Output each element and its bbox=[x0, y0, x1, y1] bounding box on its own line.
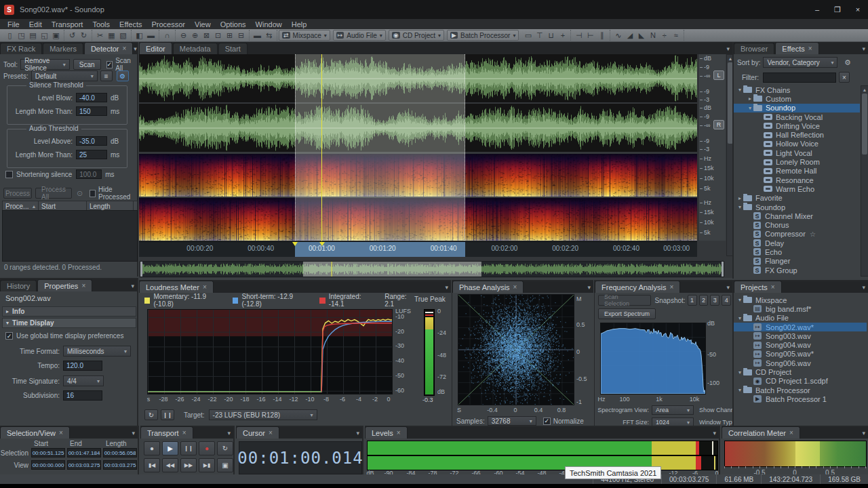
tree-item-big-band-msf[interactable]: ▤big band.msf* bbox=[734, 304, 867, 313]
collapse-arrow-icon[interactable]: ▾ bbox=[736, 315, 743, 321]
close-icon[interactable]: × bbox=[269, 429, 273, 436]
filter-input[interactable] bbox=[763, 73, 836, 83]
new-file-icon[interactable]: ▯ bbox=[4, 30, 16, 41]
panel-menu-icon[interactable]: ▾ bbox=[713, 430, 716, 436]
playhead-cursor[interactable] bbox=[321, 54, 322, 256]
menu-effects[interactable]: Effects bbox=[115, 20, 146, 28]
save-icon[interactable]: ▣ bbox=[50, 30, 62, 41]
selection-handle-icon[interactable] bbox=[292, 242, 298, 246]
wave-edit-icon[interactable]: ∿ bbox=[612, 30, 624, 41]
presets-dropdown[interactable]: Default▾ bbox=[31, 70, 98, 81]
audio-file-dropdown[interactable]: ↦Audio File▾ bbox=[333, 30, 386, 41]
tree-item-soundop[interactable]: ▾Soundop bbox=[734, 104, 860, 113]
tree-item-mixspace[interactable]: ▾Mixspace bbox=[734, 296, 867, 304]
envelope-icon[interactable]: N bbox=[647, 30, 658, 41]
scrollbar-thumb[interactable] bbox=[862, 94, 867, 155]
tree-item-resonance[interactable]: Resonance bbox=[734, 176, 860, 184]
find-icon[interactable]: ⊙ bbox=[75, 188, 84, 199]
route-icon[interactable]: ⇆ bbox=[263, 30, 275, 41]
tab-history[interactable]: History bbox=[0, 280, 37, 291]
tree-item-flanger[interactable]: SFlanger bbox=[734, 257, 860, 266]
tree-item-warm-echo[interactable]: Warm Echo bbox=[734, 184, 860, 193]
tab-effects[interactable]: Effects× bbox=[775, 42, 818, 54]
collapse-arrow-icon[interactable]: ▾ bbox=[747, 105, 753, 111]
clip-trim-icon[interactable]: ▭ bbox=[522, 30, 534, 41]
selection-end-value[interactable]: 00:01:47.184 bbox=[67, 448, 101, 458]
tab-markers[interactable]: Markers bbox=[43, 43, 83, 54]
process-all-button[interactable]: Process All bbox=[35, 188, 72, 199]
tab-editor[interactable]: Editor bbox=[139, 42, 172, 54]
tree-item-remote-hall[interactable]: Remote Hall bbox=[734, 167, 860, 176]
tree-item-soundop[interactable]: ▾Soundop bbox=[734, 203, 860, 211]
menu-help[interactable]: Help bbox=[287, 20, 312, 28]
collapse-arrow-icon[interactable]: ▾ bbox=[736, 387, 743, 393]
tab-projects[interactable]: Projects× bbox=[734, 281, 782, 293]
stop-button[interactable]: ● bbox=[144, 441, 160, 455]
forward-button[interactable]: ▶▶ bbox=[180, 458, 197, 472]
redo-icon[interactable]: ↻ bbox=[78, 30, 90, 41]
tab-browser[interactable]: Browser bbox=[734, 43, 774, 54]
stop-all-button[interactable]: ▣ bbox=[217, 458, 233, 472]
fade-in-icon[interactable]: ◢ bbox=[624, 30, 635, 41]
length-more-than-input[interactable]: 150 bbox=[76, 106, 107, 116]
tree-item-chorus[interactable]: SChorus bbox=[734, 220, 860, 229]
close-icon[interactable]: × bbox=[123, 45, 127, 52]
menu-options[interactable]: Options bbox=[216, 20, 251, 28]
panel-horizontal-icon[interactable]: ▬ bbox=[145, 30, 157, 41]
panel-menu-icon[interactable]: ▾ bbox=[726, 45, 730, 52]
tree-item-song005-wav[interactable]: ↦Song005.wav* bbox=[734, 350, 867, 359]
tree-item-channel-mixer[interactable]: SChannel Mixer bbox=[734, 211, 860, 220]
tree-item-echo[interactable]: SEcho bbox=[734, 247, 860, 256]
shortening-silence-checkbox[interactable] bbox=[5, 171, 13, 178]
tree-item-hall-reflection[interactable]: Hall Reflection bbox=[734, 130, 860, 139]
close-icon[interactable]: × bbox=[397, 429, 401, 436]
spectrogram-view-dropdown[interactable]: Area▾ bbox=[652, 405, 694, 415]
open-file-icon[interactable]: ◳ bbox=[16, 30, 27, 41]
column-header-start[interactable]: Start bbox=[39, 201, 87, 211]
tree-item-batch-processor[interactable]: ▾Batch Processor bbox=[734, 386, 867, 394]
play-button[interactable]: ▶ bbox=[162, 441, 178, 455]
panel-menu-icon[interactable]: ▾ bbox=[356, 430, 359, 436]
tree-item-light-vocal[interactable]: Light Vocal bbox=[734, 148, 860, 157]
tree-item-backing-vocal[interactable]: Backing Vocal bbox=[734, 113, 860, 121]
tree-item-custom[interactable]: ▸Custom bbox=[734, 94, 860, 103]
normalize-checkbox[interactable]: ✓ bbox=[543, 418, 551, 425]
menu-file[interactable]: File bbox=[3, 20, 24, 28]
cd-project-dropdown[interactable]: ◉CD Project▾ bbox=[389, 30, 444, 41]
mixspace-dropdown[interactable]: ⇄Mixspace▾ bbox=[279, 30, 330, 41]
close-icon[interactable]: × bbox=[789, 429, 793, 436]
close-icon[interactable]: × bbox=[81, 282, 85, 289]
fade-out-marker-icon[interactable]: ⊢ bbox=[585, 30, 596, 41]
scroll-up-icon[interactable]: ▲ bbox=[861, 86, 868, 93]
time-format-dropdown[interactable]: Milliseconds▾ bbox=[63, 346, 131, 357]
sort-by-dropdown[interactable]: Vendor, Category▾ bbox=[763, 57, 837, 68]
view-end-value[interactable]: 00:03:03.275 bbox=[67, 460, 101, 470]
pause-button[interactable]: ❙❙ bbox=[180, 441, 197, 455]
expand-arrow-icon[interactable]: ▸ bbox=[736, 195, 743, 201]
zoom-in-v-icon[interactable]: ⊞ bbox=[224, 30, 235, 41]
scan-button[interactable]: Scan bbox=[73, 59, 101, 70]
tab-fx-rack[interactable]: FX Rack bbox=[0, 43, 42, 54]
tree-item-batch-processor-1[interactable]: ▶Batch Processor 1 bbox=[734, 394, 867, 403]
copy-icon[interactable]: ▦ bbox=[106, 30, 117, 41]
subdivision-input[interactable]: 16 bbox=[63, 390, 102, 401]
scan-all-checkbox[interactable]: ✓ bbox=[106, 61, 113, 68]
overview-navigator[interactable] bbox=[140, 261, 724, 277]
collapse-arrow-icon[interactable]: ▾ bbox=[736, 369, 743, 375]
menu-tools[interactable]: Tools bbox=[87, 20, 115, 28]
hide-processed-checkbox[interactable] bbox=[90, 190, 96, 197]
favorite-star-icon[interactable]: ☆ bbox=[810, 230, 816, 238]
minimize-button[interactable]: – bbox=[807, 2, 827, 17]
export-spectrum-button[interactable]: Export Spectrum bbox=[598, 308, 656, 319]
zoom-out-v-icon[interactable]: ⊟ bbox=[235, 30, 247, 41]
menu-window[interactable]: Window bbox=[251, 20, 287, 28]
snap-icon[interactable]: ∩ bbox=[161, 30, 173, 41]
view-start-value[interactable]: 00:00:00.000 bbox=[31, 460, 65, 470]
panel-menu-icon[interactable]: ▾ bbox=[726, 284, 730, 291]
clip-bottom-icon[interactable]: ⊔ bbox=[545, 30, 557, 41]
tab-phase-analysis[interactable]: Phase Analysis× bbox=[452, 281, 524, 293]
marker-pair-icon[interactable]: ∥ bbox=[596, 30, 608, 41]
tree-item-lonely-room[interactable]: Lonely Room bbox=[734, 157, 860, 166]
tab-correlation-meter[interactable]: Correlation Meter× bbox=[722, 426, 800, 439]
pause-meter-button[interactable]: ❙❙ bbox=[161, 409, 174, 420]
